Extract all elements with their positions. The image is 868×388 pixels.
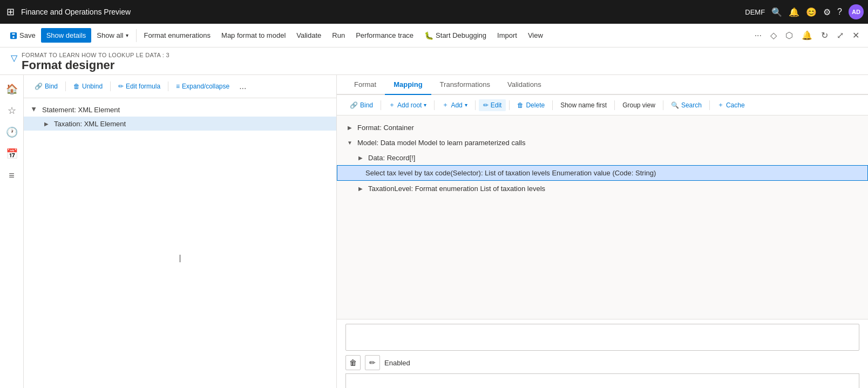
left-panel-toolbar: 🔗 Bind 🗑 Unbind ✏ Edit formula ≡ Expand/… [24, 75, 336, 98]
tab-format[interactable]: Format [345, 75, 385, 95]
expand-collapse-label: Expand/collapse [182, 83, 229, 90]
map-format-label: Map format to model [221, 31, 286, 39]
cursor-indicator [180, 255, 180, 262]
more-options-icon[interactable]: ... [236, 79, 249, 93]
data-item-taxation-level[interactable]: ▶ TaxationLevel: Format enumeration List… [337, 181, 868, 196]
edit-formula-button[interactable]: ✏ Edit formula [114, 80, 165, 92]
rsep7 [663, 100, 663, 110]
bottom-toolbar: 🗑 ✏ Enabled [345, 355, 859, 370]
search-topbar-icon[interactable]: 🔍 [771, 7, 782, 17]
sep2 [110, 81, 111, 91]
formula-box[interactable] [345, 324, 859, 351]
topbar: ⊞ Finance and Operations Preview DEMF 🔍 … [0, 0, 868, 24]
data-item-model[interactable]: ▼ Model: Data model Model to learn param… [337, 135, 868, 150]
bind-button[interactable]: 🔗 Bind [30, 80, 62, 92]
expand-model-icon[interactable]: ▼ [345, 138, 354, 147]
tree-item-statement[interactable]: ▶ Statement: XML Element [24, 103, 336, 117]
page-header: ▽ FORMAT TO LEARN HOW TO LOOKUP LE DATA … [0, 47, 868, 75]
import-button[interactable]: Import [492, 28, 523, 43]
left-nav: 🏠 ☆ 🕐 📅 ≡ [0, 75, 24, 388]
main-layout: 🏠 ☆ 🕐 📅 ≡ 🔗 Bind 🗑 Unbind ✏ [0, 75, 868, 388]
face-icon[interactable]: 😊 [806, 7, 817, 17]
enabled-label: Enabled [384, 359, 410, 367]
notification-count-icon[interactable]: 🔔 [797, 28, 817, 43]
expand-collapse-button[interactable]: ≡ Expand/collapse [172, 80, 234, 92]
bell-icon[interactable]: 🔔 [789, 7, 799, 17]
search-button[interactable]: 🔍 Search [667, 99, 706, 111]
data-item-format[interactable]: ▶ Format: Container [337, 120, 868, 135]
page-header-content: FORMAT TO LEARN HOW TO LOOKUP LE DATA : … [22, 52, 169, 72]
nav-calendar-icon[interactable]: 📅 [2, 144, 22, 164]
view-button[interactable]: View [523, 28, 548, 43]
show-all-label: Show all [97, 31, 123, 39]
start-debugging-button[interactable]: 🐛 Start Debugging [419, 28, 492, 43]
panels-icon[interactable]: ⬡ [781, 28, 797, 43]
more-icon[interactable]: ··· [750, 29, 766, 43]
filter-icon[interactable]: ▽ [11, 52, 17, 63]
taxation-level-label: TaxationLevel: Format enumeration List o… [368, 185, 545, 193]
bottom-edit-button[interactable]: ✏ [365, 355, 380, 370]
nav-home-icon[interactable]: 🏠 [2, 79, 22, 99]
map-format-button[interactable]: Map format to model [216, 28, 291, 43]
topbar-right: DEMF 🔍 🔔 😊 ⚙ ? AD [745, 4, 864, 19]
content-area: 🔗 Bind 🗑 Unbind ✏ Edit formula ≡ Expand/… [24, 75, 868, 388]
add-chevron: ▾ [465, 102, 467, 108]
data-record-label: Data: Record[!] [368, 154, 415, 162]
search-icon-right: 🔍 [671, 101, 679, 109]
right-panel: Format Mapping Transformations Validatio… [337, 75, 868, 388]
expand-data-icon[interactable]: ▶ [356, 153, 365, 162]
tab-mapping[interactable]: Mapping [385, 75, 431, 95]
plus-root-icon: ＋ [389, 100, 395, 110]
performance-trace-button[interactable]: Performance trace [350, 28, 419, 43]
show-details-button[interactable]: Show details [41, 28, 92, 43]
expand-format-icon[interactable]: ▶ [345, 123, 354, 132]
delete-button[interactable]: 🗑 Delete [513, 99, 549, 111]
save-label: Save [19, 31, 36, 39]
add-root-button[interactable]: ＋ Add root ▾ [384, 98, 431, 112]
rsep5 [552, 100, 553, 110]
view-label: View [528, 31, 543, 39]
refresh-icon[interactable]: ↻ [817, 28, 832, 43]
expand-arrow-statement[interactable]: ▶ [30, 105, 39, 114]
data-item-selector[interactable]: Select tax level by tax code(Selector): … [337, 165, 868, 181]
show-details-label: Show details [46, 31, 86, 39]
help-icon[interactable]: ? [837, 7, 842, 17]
right-link-icon: 🔗 [350, 101, 358, 109]
run-button[interactable]: Run [327, 28, 350, 43]
page-title: Format designer [22, 58, 169, 72]
avatar[interactable]: AD [849, 4, 864, 19]
right-bind-button[interactable]: 🔗 Bind [345, 99, 377, 111]
format-enumerations-button[interactable]: Format enumerations [139, 28, 216, 43]
selector-label: Select tax level by tax code(Selector): … [365, 169, 656, 177]
tree-item-taxation[interactable]: ▶ Taxation: XML Element [24, 117, 336, 131]
bottom-area: 🗑 ✏ Enabled [337, 319, 868, 388]
enabled-value-box[interactable] [345, 373, 859, 388]
close-icon[interactable]: ✕ [848, 28, 864, 43]
save-button[interactable]: Save [4, 28, 41, 43]
unbind-button[interactable]: 🗑 Unbind [69, 80, 107, 92]
add-button[interactable]: ＋ Add ▾ [438, 98, 471, 112]
validate-button[interactable]: Validate [291, 28, 327, 43]
validate-label: Validate [296, 31, 321, 39]
data-item-data-record[interactable]: ▶ Data: Record[!] [337, 150, 868, 165]
bottom-delete-button[interactable]: 🗑 [345, 355, 361, 370]
show-name-first-label: Show name first [560, 101, 607, 109]
right-bind-label: Bind [360, 101, 373, 109]
nav-clock-icon[interactable]: 🕐 [2, 122, 22, 142]
edit-button[interactable]: ✏ Edit [479, 99, 506, 111]
cache-button[interactable]: ＋ Cache [713, 98, 749, 112]
show-all-button[interactable]: Show all ▾ [91, 28, 133, 43]
group-view-button[interactable]: Group view [618, 99, 660, 111]
tab-transformations[interactable]: Transformations [431, 75, 499, 95]
add-root-label: Add root [397, 101, 422, 109]
nav-star-icon[interactable]: ☆ [2, 101, 22, 120]
nav-list-icon[interactable]: ≡ [2, 166, 22, 185]
expand-taxation-level-icon[interactable]: ▶ [356, 184, 365, 193]
show-name-first-button[interactable]: Show name first [556, 99, 611, 111]
diamond-icon[interactable]: ◇ [766, 28, 781, 43]
grid-icon[interactable]: ⊞ [4, 4, 17, 20]
tab-validations[interactable]: Validations [499, 75, 550, 95]
expand-arrow-taxation[interactable]: ▶ [42, 119, 51, 128]
settings-icon[interactable]: ⚙ [823, 7, 831, 17]
expand-icon[interactable]: ⤢ [832, 28, 848, 43]
